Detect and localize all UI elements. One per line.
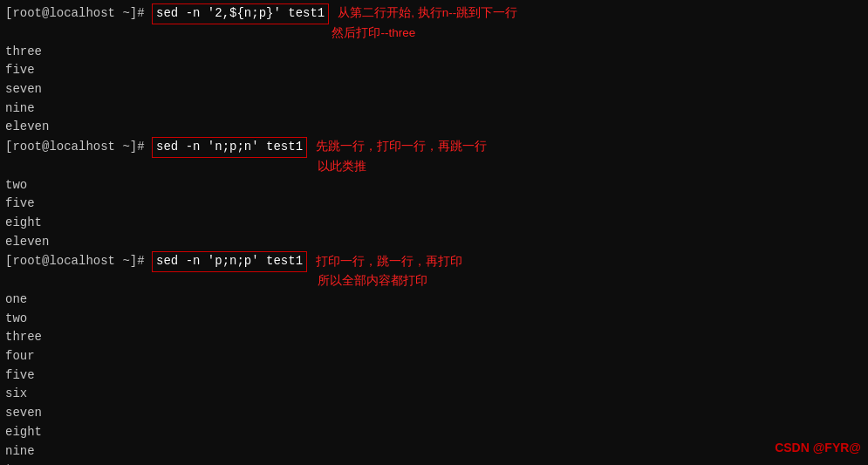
- output-seven-2: seven: [5, 404, 863, 423]
- output-eleven-1: eleven: [5, 118, 863, 137]
- output-three: three: [5, 43, 863, 62]
- output-nine-1: nine: [5, 99, 863, 119]
- command-line-1: [root@localhost ~]# sed -n '2,${n;p}' te…: [5, 3, 863, 24]
- comment-1b: 然后打印--three: [331, 24, 415, 43]
- output-ten: ten: [5, 461, 863, 465]
- comment-line-3b: 所以全部内容都打印: [5, 272, 863, 291]
- comment-2: 先跳一行，打印一行，再跳一行: [316, 138, 487, 156]
- output-two-2: two: [5, 310, 863, 329]
- comment-line-1b: 然后打印--three: [5, 24, 863, 43]
- comment-3: 打印一行，跳一行，再打印: [316, 253, 462, 271]
- command-box-2: sed -n 'n;p;n' test1: [152, 137, 307, 158]
- watermark: CSDN @FYR@: [775, 439, 861, 458]
- comment-2b: 以此类推: [318, 158, 366, 176]
- prompt-1: [root@localhost ~]#: [5, 4, 152, 24]
- command-line-3: [root@localhost ~]# sed -n 'p;n;p' test1…: [5, 251, 863, 272]
- output-four: four: [5, 347, 863, 366]
- output-five-2: five: [5, 195, 863, 214]
- output-eight-2: eight: [5, 423, 863, 442]
- comment-1: 从第二行开始, 执行n--跳到下一行: [338, 4, 517, 23]
- output-one: one: [5, 291, 863, 310]
- comment-line-2b: 以此类推: [5, 158, 863, 176]
- command-line-2: [root@localhost ~]# sed -n 'n;p;n' test1…: [5, 137, 863, 158]
- command-box-3: sed -n 'p;n;p' test1: [152, 251, 307, 272]
- output-three-2: three: [5, 328, 863, 347]
- output-five-1: five: [5, 61, 863, 80]
- output-two-1: two: [5, 176, 863, 195]
- output-nine-2: nine: [5, 442, 863, 462]
- comment-3b: 所以全部内容都打印: [318, 272, 427, 291]
- terminal: [root@localhost ~]# sed -n '2,${n;p}' te…: [0, 0, 868, 465]
- command-box-1: sed -n '2,${n;p}' test1: [152, 3, 329, 24]
- output-six: six: [5, 385, 863, 404]
- prompt-2: [root@localhost ~]#: [5, 138, 152, 157]
- prompt-3: [root@localhost ~]#: [5, 252, 152, 271]
- output-five-3: five: [5, 366, 863, 386]
- output-eight-1: eight: [5, 214, 863, 233]
- output-seven-1: seven: [5, 80, 863, 99]
- output-eleven-2: eleven: [5, 233, 863, 252]
